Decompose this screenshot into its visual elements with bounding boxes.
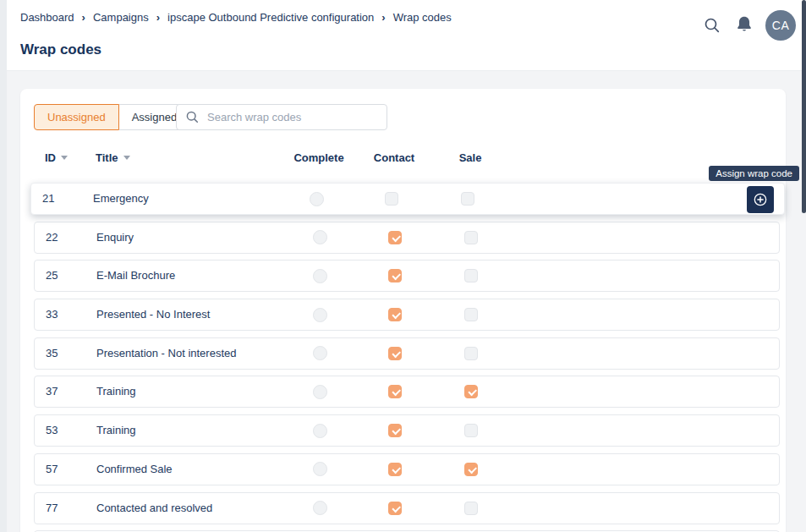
row-title: Training: [96, 415, 135, 446]
row-contact-cell: [361, 299, 429, 330]
search-input[interactable]: [206, 110, 378, 124]
sale-checkbox[interactable]: [464, 231, 478, 244]
row-complete-cell: [286, 338, 354, 369]
row-id: 77: [46, 493, 58, 524]
row-title: Contacted and resolved: [96, 493, 212, 524]
table-row[interactable]: 21 Emergency Assign wrap code: [30, 183, 785, 215]
row-contact-cell: [361, 338, 429, 369]
table-header: ID Title Complete Contact Sale: [34, 151, 780, 168]
breadcrumb: Dashboard › Campaigns › ipscape Outbound…: [20, 11, 452, 24]
row-sale-cell: [437, 376, 505, 407]
breadcrumb-item-dashboard[interactable]: Dashboard: [20, 11, 74, 24]
page-title: Wrap codes: [20, 41, 101, 58]
sale-checkbox[interactable]: [464, 463, 478, 476]
scrollbar-thumb[interactable]: [802, 0, 806, 213]
complete-radio[interactable]: [313, 462, 327, 476]
circle-plus-icon: [753, 192, 768, 207]
column-header-title[interactable]: Title: [96, 151, 130, 164]
row-id: 22: [46, 222, 58, 253]
complete-radio[interactable]: [313, 424, 327, 438]
row-sale-cell: [437, 493, 505, 524]
sale-checkbox[interactable]: [461, 192, 474, 206]
assign-wrap-code-button[interactable]: [747, 186, 774, 213]
column-header-sale: Sale: [436, 151, 504, 164]
contact-checkbox[interactable]: [388, 502, 402, 515]
row-complete-cell: [286, 376, 354, 407]
complete-radio[interactable]: [313, 501, 327, 515]
complete-radio[interactable]: [313, 308, 327, 322]
chevron-right-icon: ›: [156, 11, 160, 24]
table-row[interactable]: 77 Contacted and resolved Assign wrap co…: [34, 492, 780, 524]
avatar[interactable]: CA: [765, 10, 796, 41]
complete-radio[interactable]: [310, 192, 324, 206]
row-id: 57: [46, 454, 58, 485]
breadcrumb-item-campaign-config[interactable]: ipscape Outbound Predictive configuratio…: [167, 11, 374, 24]
row-id: 33: [46, 299, 58, 330]
row-complete-cell: [286, 415, 354, 446]
table-row[interactable]: 22 Enquiry Assign wrap code: [34, 222, 780, 254]
sort-caret-icon: [123, 156, 130, 160]
notifications-button[interactable]: [733, 14, 755, 36]
row-complete-cell: [286, 299, 354, 330]
complete-radio[interactable]: [313, 269, 327, 283]
row-title: Emergency: [93, 184, 149, 214]
sale-checkbox[interactable]: [464, 424, 478, 437]
row-contact-cell: [361, 454, 429, 485]
row-sale-cell: [434, 184, 502, 214]
row-id: 53: [46, 415, 58, 446]
sale-checkbox[interactable]: [464, 269, 478, 282]
table-row[interactable]: 53 Training Assign wrap code: [34, 414, 780, 447]
row-sale-cell: [437, 261, 505, 291]
table-rows: 21 Emergency Assign wrap code 22 Enqui: [34, 183, 780, 532]
row-title: Confirmed Sale: [96, 454, 173, 485]
column-header-id[interactable]: ID: [45, 151, 68, 164]
chevron-right-icon: ›: [381, 11, 385, 24]
column-header-contact: Contact: [360, 151, 428, 164]
table-row[interactable]: 37 Training Assign wrap code: [34, 376, 780, 408]
row-contact-cell: [361, 493, 429, 524]
column-header-complete: Complete: [285, 151, 353, 164]
row-complete-cell: [286, 493, 354, 524]
row-id: 25: [46, 261, 58, 291]
chevron-right-icon: ›: [82, 11, 85, 24]
contact-checkbox[interactable]: [385, 192, 398, 206]
global-search-button[interactable]: [701, 14, 723, 36]
row-title: Presented - No Interest: [96, 299, 210, 330]
row-complete-cell: [286, 454, 354, 485]
wrap-code-search[interactable]: [176, 104, 387, 130]
contact-checkbox[interactable]: [388, 308, 402, 321]
sale-checkbox[interactable]: [464, 385, 478, 398]
row-sale-cell: [437, 338, 505, 369]
row-contact-cell: [361, 415, 429, 446]
contact-checkbox[interactable]: [388, 385, 402, 398]
assign-wrap-code-tooltip: Assign wrap code: [709, 166, 799, 181]
contact-checkbox[interactable]: [388, 269, 402, 282]
contact-checkbox[interactable]: [388, 463, 402, 476]
complete-radio[interactable]: [313, 385, 327, 399]
contact-checkbox[interactable]: [388, 347, 402, 360]
sale-checkbox[interactable]: [464, 347, 478, 360]
row-title: Presentation - Not interested: [96, 338, 236, 369]
row-title: E-Mail Brochure: [96, 261, 175, 291]
sale-checkbox[interactable]: [464, 502, 478, 515]
row-contact-cell: [358, 184, 425, 214]
table-row[interactable]: 33 Presented - No Interest Assign wrap c…: [34, 299, 780, 331]
wrap-codes-panel: Unassigned Assigned ID Title Complete Co…: [20, 89, 786, 532]
search-icon: [703, 16, 721, 35]
breadcrumb-item-campaigns[interactable]: Campaigns: [93, 11, 149, 24]
table-row[interactable]: 57 Confirmed Sale Assign wrap code: [34, 453, 780, 485]
sort-caret-icon: [61, 156, 68, 160]
row-complete-cell: [286, 222, 354, 253]
complete-radio[interactable]: [313, 230, 327, 244]
row-contact-cell: [361, 261, 429, 291]
tab-unassigned[interactable]: Unassigned: [34, 104, 119, 130]
row-complete-cell: [286, 261, 354, 291]
contact-checkbox[interactable]: [388, 424, 402, 437]
table-row[interactable]: 35 Presentation - Not interested Assign …: [34, 337, 780, 370]
sale-checkbox[interactable]: [464, 308, 478, 321]
table-row[interactable]: 25 E-Mail Brochure Assign wrap code: [34, 260, 780, 292]
complete-radio[interactable]: [313, 346, 327, 360]
row-title: Enquiry: [96, 222, 134, 253]
row-id: 21: [42, 184, 54, 214]
contact-checkbox[interactable]: [388, 231, 402, 244]
